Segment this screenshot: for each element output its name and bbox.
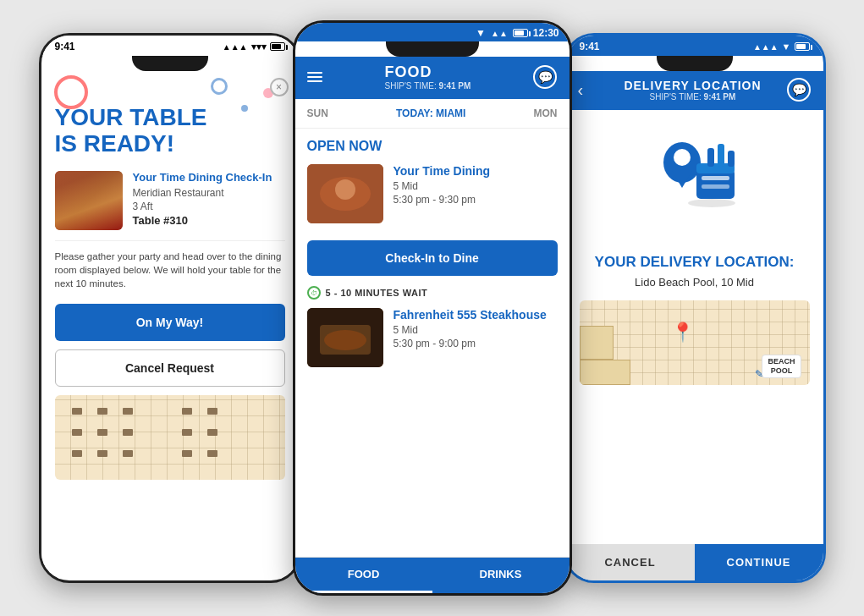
map-table-14 bbox=[207, 429, 217, 436]
hamburger-line-2 bbox=[307, 76, 322, 78]
svg-point-16 bbox=[688, 199, 735, 207]
svg-rect-9 bbox=[696, 169, 735, 199]
restaurant-map bbox=[55, 395, 285, 480]
svg-point-5 bbox=[324, 330, 366, 350]
map-table-4 bbox=[72, 429, 82, 436]
dining-card-image bbox=[55, 171, 123, 230]
cancel-button-p3[interactable]: CANCEL bbox=[566, 544, 695, 580]
phone3-header-center: DELIVERY LOCATION SHIP'S TIME: 9:41 PM bbox=[624, 79, 761, 102]
your-delivery-location-title: YOUR DELIVERY LOCATION: bbox=[595, 254, 795, 271]
restaurant-card-1: Your Time Dining 5 Mid 5:30 pm - 9:30 pm bbox=[307, 164, 558, 223]
delivery-icon bbox=[644, 127, 746, 240]
svg-rect-14 bbox=[718, 144, 724, 167]
restaurant-1-image bbox=[307, 164, 383, 223]
dining-card-table: Table #310 bbox=[133, 214, 285, 227]
phones-container: 9:41 ▲▲▲ ▾▾▾ × YOUR TABLE IS READY! bbox=[0, 0, 864, 616]
phone2-title-block: FOOD SHIP'S TIME: 9:41 PM bbox=[385, 63, 471, 91]
map-table-11 bbox=[182, 429, 192, 436]
sunday-nav[interactable]: SUN bbox=[307, 107, 328, 119]
svg-rect-12 bbox=[702, 184, 729, 189]
wait-label: 5 - 10 MINUTES WAIT bbox=[326, 288, 428, 298]
dining-card-location: Meridian Restaurant bbox=[133, 187, 285, 199]
map-edit-icon[interactable]: ✎ bbox=[755, 368, 763, 380]
svg-point-7 bbox=[674, 149, 691, 166]
phone1-time: 9:41 bbox=[55, 41, 75, 52]
delivery-graphic bbox=[644, 127, 746, 237]
on-my-way-button[interactable]: On My Way! bbox=[55, 304, 285, 341]
restaurant-1-name: Your Time Dining bbox=[393, 164, 558, 178]
hamburger-line-3 bbox=[307, 80, 322, 82]
phone3-bottom-nav: CANCEL CONTINUE bbox=[566, 544, 823, 580]
wait-badge: ⏱ 5 - 10 MINUTES WAIT bbox=[307, 286, 558, 300]
map-table-1 bbox=[72, 408, 82, 415]
wifi-icon: ▾▾▾ bbox=[251, 41, 267, 52]
table-ready-message: Please gather your party and head over t… bbox=[55, 240, 285, 290]
wifi-icon-p2: ▼ bbox=[476, 27, 486, 39]
ships-time: SHIP'S TIME: 9:41 PM bbox=[385, 81, 471, 91]
map-table-7 bbox=[72, 450, 82, 457]
phone2-body: OPEN NOW Your Time Dining 5 Mid 5:30 pm … bbox=[295, 129, 570, 564]
map-table-6 bbox=[123, 429, 133, 436]
restaurant-card-2: Fahrenheit 555 Steakhouse 5 Mid 5:30 pm … bbox=[307, 308, 558, 367]
restaurant-2-name: Fahrenheit 555 Steakhouse bbox=[393, 308, 558, 322]
restaurant-1-hours: 5:30 pm - 9:30 pm bbox=[393, 194, 558, 206]
food-label: FOOD bbox=[385, 63, 471, 81]
chat-icon-p3[interactable]: 💬 bbox=[787, 78, 811, 102]
phone3-notch bbox=[657, 56, 733, 71]
map-building-2 bbox=[580, 360, 630, 385]
svg-rect-15 bbox=[728, 151, 735, 167]
restaurant-2-hours: 5:30 pm - 9:00 pm bbox=[393, 338, 558, 349]
delivery-map[interactable]: 📍 BEACHPOOL ✎ bbox=[580, 300, 810, 385]
deco-circle-blue bbox=[211, 78, 228, 95]
phone2-header-top: FOOD SHIP'S TIME: 9:41 PM 💬 bbox=[307, 63, 558, 91]
continue-button[interactable]: CONTINUE bbox=[695, 544, 823, 580]
map-table-5 bbox=[97, 429, 107, 436]
phone2-bottom-nav: FOOD DRINKS bbox=[295, 557, 570, 593]
phone3-ships-time: SHIP'S TIME: 9:41 PM bbox=[624, 92, 761, 102]
cancel-request-button[interactable]: Cancel Request bbox=[55, 349, 285, 387]
phone1-notch bbox=[132, 56, 208, 71]
wifi-icon-p3: ▼ bbox=[782, 41, 791, 52]
check-in-button[interactable]: Check-In to Dine bbox=[307, 240, 558, 276]
svg-point-2 bbox=[335, 179, 355, 200]
menu-icon[interactable] bbox=[307, 72, 322, 82]
restaurant-2-deck: 5 Mid bbox=[393, 324, 558, 336]
dining-card: Your Time Dining Check-In Meridian Resta… bbox=[55, 171, 285, 230]
close-button[interactable]: × bbox=[270, 78, 289, 96]
open-now-section: OPEN NOW bbox=[307, 139, 558, 154]
dining-card-info: Your Time Dining Check-In Meridian Resta… bbox=[133, 171, 285, 230]
map-table-2 bbox=[97, 408, 107, 415]
map-table-9 bbox=[123, 450, 133, 457]
battery-icon-p3 bbox=[795, 42, 810, 51]
chat-icon-p2[interactable]: 💬 bbox=[533, 65, 557, 89]
back-button[interactable]: ‹ bbox=[578, 80, 598, 100]
dining-card-title: Your Time Dining Check-In bbox=[133, 171, 285, 184]
svg-rect-13 bbox=[707, 148, 714, 167]
drinks-nav-item[interactable]: DRINKS bbox=[432, 558, 570, 593]
monday-nav[interactable]: MON bbox=[534, 107, 558, 119]
map-table-10 bbox=[182, 408, 192, 415]
deco-circle-red bbox=[54, 75, 88, 109]
map-pin: 📍 bbox=[671, 322, 694, 344]
phone3-status-icons: ▲▲▲ ▼ bbox=[753, 41, 810, 52]
hamburger-line-1 bbox=[307, 72, 322, 74]
phone3-body: YOUR DELIVERY LOCATION: Lido Beach Pool,… bbox=[566, 110, 823, 545]
phone-1: 9:41 ▲▲▲ ▾▾▾ × YOUR TABLE IS READY! bbox=[39, 33, 301, 583]
food-nav-item[interactable]: FOOD bbox=[295, 558, 432, 593]
delivery-location-value: Lido Beach Pool, 10 Mid bbox=[635, 276, 754, 289]
map-building-1 bbox=[580, 326, 614, 360]
map-table-13 bbox=[207, 408, 217, 415]
day-navigation: SUN TODAY: MIAMI MON bbox=[295, 99, 570, 129]
map-table-15 bbox=[207, 450, 217, 457]
dining-card-deck: 3 Aft bbox=[133, 201, 285, 212]
phone2-header: FOOD SHIP'S TIME: 9:41 PM 💬 bbox=[295, 57, 570, 99]
phone2-status-bar: ▼ ▲▲ 12:30 bbox=[295, 23, 570, 41]
signal-icon-p2: ▲▲ bbox=[491, 29, 508, 38]
map-beach-pool-label: BEACHPOOL bbox=[762, 355, 801, 378]
delivery-location-title: DELIVERY LOCATION bbox=[624, 79, 761, 92]
map-table-8 bbox=[97, 450, 107, 457]
map-table-12 bbox=[182, 450, 192, 457]
top-decoration bbox=[41, 71, 299, 122]
phone-2: ▼ ▲▲ 12:30 FOOD SHIP'S TIME: 9:41 PM bbox=[293, 20, 572, 596]
phone3-header: ‹ DELIVERY LOCATION SHIP'S TIME: 9:41 PM… bbox=[566, 71, 823, 110]
